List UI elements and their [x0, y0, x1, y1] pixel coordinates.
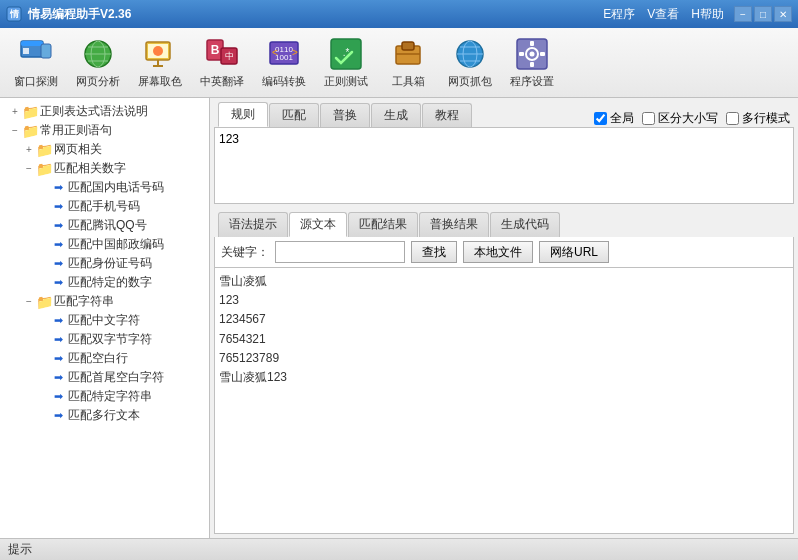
- svg-text:>: >: [292, 47, 298, 58]
- svg-rect-3: [21, 41, 43, 46]
- toolbar-cn-translate[interactable]: B中 中英翻译: [192, 33, 252, 93]
- svg-text:<: <: [272, 47, 278, 58]
- tab-tutorial[interactable]: 教程: [422, 103, 472, 127]
- result-line: 雪山凌狐: [219, 272, 789, 291]
- menu-program[interactable]: E程序: [603, 6, 635, 23]
- top-tabs: 规则匹配普换生成教程: [214, 102, 477, 127]
- svg-rect-41: [540, 52, 545, 56]
- search-button[interactable]: 查找: [411, 241, 457, 263]
- toolbar-toolbox[interactable]: 工具箱: [378, 33, 438, 93]
- minimize-button[interactable]: −: [734, 6, 752, 22]
- checkbox-all[interactable]: [594, 112, 607, 125]
- menu-view[interactable]: V查看: [647, 6, 679, 23]
- tree-item-match-postal[interactable]: ➡匹配中国邮政编码: [4, 235, 205, 254]
- tree-item-match-chinese[interactable]: ➡匹配中文字符: [4, 311, 205, 330]
- svg-text:中: 中: [225, 51, 234, 61]
- arrow-icon: ➡: [50, 351, 66, 367]
- checkbox-case[interactable]: [642, 112, 655, 125]
- bottom-tab-match-result[interactable]: 匹配结果: [348, 212, 418, 237]
- bottom-tab-gen-code[interactable]: 生成代码: [490, 212, 560, 237]
- webpage-capture-icon: [452, 36, 488, 72]
- tree-label: 匹配手机号码: [68, 198, 140, 215]
- bottom-tab-syntax-hint[interactable]: 语法提示: [218, 212, 288, 237]
- expand-icon: [36, 371, 50, 385]
- webpage-analyze-label: 网页分析: [76, 74, 120, 89]
- tab-replace[interactable]: 普换: [320, 103, 370, 127]
- status-bar: 提示: [0, 538, 798, 560]
- regex-test-icon: .*: [328, 36, 364, 72]
- menu-help[interactable]: H帮助: [691, 6, 724, 23]
- tab-options: 全局 区分大小写 多行模式: [594, 110, 794, 127]
- tree-item-regex-help[interactable]: +📁正则表达式语法说明: [4, 102, 205, 121]
- toolbar-screen-color[interactable]: 屏幕取色: [130, 33, 190, 93]
- local-file-button[interactable]: 本地文件: [463, 241, 533, 263]
- option-all-label: 全局: [610, 110, 634, 127]
- toolbar-prog-settings[interactable]: 程序设置: [502, 33, 562, 93]
- tree-item-match-blank-line[interactable]: ➡匹配空白行: [4, 349, 205, 368]
- window-detect-icon: [18, 36, 54, 72]
- bottom-tab-source-text[interactable]: 源文本: [289, 212, 347, 237]
- svg-rect-5: [41, 44, 51, 58]
- expand-icon: [36, 314, 50, 328]
- arrow-icon: ➡: [50, 370, 66, 386]
- title-bar: 情 情易编程助手V2.36 E程序 V查看 H帮助 − □ ✕: [0, 0, 798, 28]
- encode-convert-icon: 01101001<>: [266, 36, 302, 72]
- option-case[interactable]: 区分大小写: [642, 110, 718, 127]
- maximize-button[interactable]: □: [754, 6, 772, 22]
- folder-icon: 📁: [22, 104, 38, 120]
- tree-item-match-specific-num[interactable]: ➡匹配特定的数字: [4, 273, 205, 292]
- toolbar-webpage-capture[interactable]: 网页抓包: [440, 33, 500, 93]
- left-tree-panel: +📁正则表达式语法说明−📁常用正则语句+📁网页相关−📁匹配相关数字➡匹配国内电话…: [0, 98, 210, 538]
- result-line: 7654321: [219, 330, 789, 349]
- bottom-tab-bar: 语法提示源文本匹配结果普换结果生成代码: [214, 208, 794, 237]
- tree-item-webpage-related[interactable]: +📁网页相关: [4, 140, 205, 159]
- tree-label: 匹配多行文本: [68, 407, 140, 424]
- folder-icon: 📁: [36, 142, 52, 158]
- status-text: 提示: [8, 541, 32, 558]
- encode-convert-label: 编码转换: [262, 74, 306, 89]
- arrow-icon: ➡: [50, 218, 66, 234]
- tree-item-match-leading-space[interactable]: ➡匹配首尾空白字符: [4, 368, 205, 387]
- bottom-tab-replace-result[interactable]: 普换结果: [419, 212, 489, 237]
- toolbar-window-detect[interactable]: 窗口探测: [6, 33, 66, 93]
- cn-translate-label: 中英翻译: [200, 74, 244, 89]
- tab-match[interactable]: 匹配: [269, 103, 319, 127]
- tab-generate[interactable]: 生成: [371, 103, 421, 127]
- svg-rect-40: [519, 52, 524, 56]
- toolbar-regex-test[interactable]: .* 正则测试: [316, 33, 376, 93]
- tree-item-match-idcard[interactable]: ➡匹配身份证号码: [4, 254, 205, 273]
- tree-item-match-phone[interactable]: ➡匹配国内电话号码: [4, 178, 205, 197]
- tree-item-match-strings[interactable]: −📁匹配字符串: [4, 292, 205, 311]
- tree-item-match-specific-str[interactable]: ➡匹配特定字符串: [4, 387, 205, 406]
- tree-item-match-numbers[interactable]: −📁匹配相关数字: [4, 159, 205, 178]
- app-icon: 情: [6, 6, 22, 22]
- toolbar-webpage-analyze[interactable]: 网页分析: [68, 33, 128, 93]
- tree-label: 匹配空白行: [68, 350, 128, 367]
- toolbar-encode-convert[interactable]: 01101001<> 编码转换: [254, 33, 314, 93]
- expand-icon: [36, 181, 50, 195]
- expand-icon: [36, 200, 50, 214]
- checkbox-multiline[interactable]: [726, 112, 739, 125]
- close-button[interactable]: ✕: [774, 6, 792, 22]
- arrow-icon: ➡: [50, 256, 66, 272]
- top-area: 规则匹配普换生成教程 全局 区分大小写 多行模式: [214, 102, 794, 204]
- result-line: 1234567: [219, 310, 789, 329]
- option-multiline[interactable]: 多行模式: [726, 110, 790, 127]
- tab-rules[interactable]: 规则: [218, 102, 268, 127]
- tree-item-match-double-byte[interactable]: ➡匹配双字节字符: [4, 330, 205, 349]
- result-line: 雪山凌狐123: [219, 368, 789, 387]
- window-controls: − □ ✕: [734, 6, 792, 22]
- expand-icon: [36, 409, 50, 423]
- web-url-button[interactable]: 网络URL: [539, 241, 609, 263]
- regex-input[interactable]: 123: [215, 128, 793, 200]
- tree-item-common-regex[interactable]: −📁常用正则语句: [4, 121, 205, 140]
- option-all[interactable]: 全局: [594, 110, 634, 127]
- toolbar: 窗口探测 网页分析 屏幕取色 B中 中英翻译 01101001<> 编码转换 .…: [0, 28, 798, 98]
- screen-color-icon: [142, 36, 178, 72]
- tree-label: 匹配特定的数字: [68, 274, 152, 291]
- tree-item-match-mobile[interactable]: ➡匹配手机号码: [4, 197, 205, 216]
- tree-item-match-qq[interactable]: ➡匹配腾讯QQ号: [4, 216, 205, 235]
- tree-item-match-multiline[interactable]: ➡匹配多行文本: [4, 406, 205, 425]
- search-input[interactable]: [275, 241, 405, 263]
- arrow-icon: ➡: [50, 408, 66, 424]
